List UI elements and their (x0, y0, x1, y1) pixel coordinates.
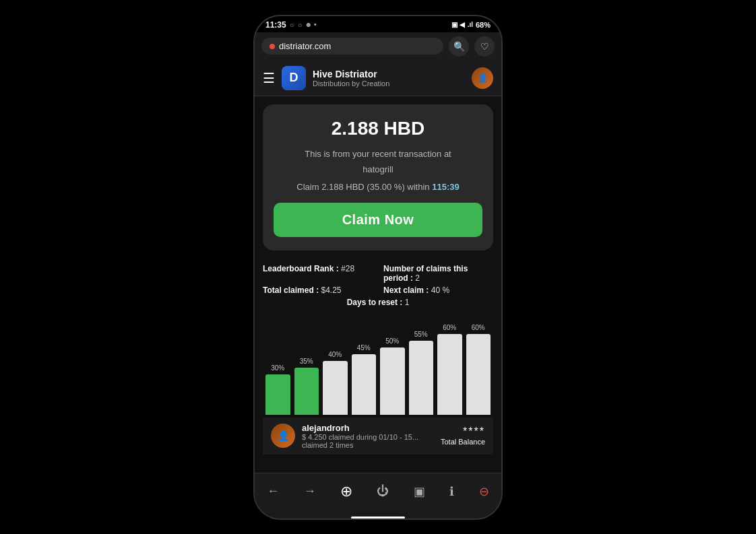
url-text: distriator.com (279, 41, 331, 51)
bar-rect (409, 341, 434, 415)
bar-rect (352, 354, 377, 415)
leaderboard-stat: Leaderboard Rank : #28 (263, 264, 373, 283)
profile-info: alejandrorh $ 4.250 claimed during 01/10… (302, 423, 434, 449)
chart-bar-wrapper: 60% (466, 324, 491, 415)
bar-rect (466, 334, 491, 415)
chart-bar-wrapper: 40% (323, 351, 348, 415)
browser-bar: distriator.com 🔍 ♡ (255, 32, 501, 61)
chart-bars: 30%35%40%45%50%55%60%60% (263, 321, 493, 415)
stats-grid: Leaderboard Rank : #28 Number of claims … (263, 264, 493, 295)
claim-desc-line2: hatogrill (274, 163, 482, 176)
site-title-block: Hive Distriator Distribution by Creation (313, 69, 465, 88)
profile-strip[interactable]: 👤 alejandrorh $ 4.250 claimed during 01/… (263, 418, 493, 455)
bar-label: 30% (271, 364, 284, 372)
bookmark-button[interactable]: ♡ (474, 36, 495, 57)
timer-value: 115:39 (432, 182, 459, 192)
bar-label: 60% (443, 324, 456, 331)
bar-label: 50% (385, 337, 399, 345)
bar-label: 35% (300, 358, 313, 365)
menu-button[interactable]: ☰ (263, 70, 275, 86)
browser-nav: ← → ⊕ ⏻ ▣ ℹ ⊖ (255, 473, 501, 512)
chart-section: 30%35%40%45%50%55%60%60% (263, 321, 493, 415)
phone-frame: 11:35 ☼ ☼ ☻ • ▣ ◀ .ıl 68% distriator.com… (253, 15, 503, 520)
bar-label: 40% (328, 351, 342, 358)
profile-name: alejandrorh (302, 423, 434, 433)
chart-bar-wrapper: 55% (409, 331, 434, 415)
hbd-amount: 2.188 HBD (274, 118, 482, 139)
nav-home-button[interactable]: ⏻ (371, 481, 394, 501)
site-header: ☰ D Hive Distriator Distribution by Crea… (255, 61, 501, 96)
chart-bar-wrapper: 45% (352, 344, 377, 415)
site-subtitle: Distribution by Creation (313, 79, 465, 88)
chart-bar-wrapper: 60% (437, 324, 462, 415)
claim-timer: Claim 2.188 HBD (35.00 %) within 115:39 (274, 182, 482, 192)
status-time: 11:35 ☼ ☼ ☻ • (265, 20, 316, 30)
nav-tabs-button[interactable]: ▣ (408, 481, 431, 502)
search-icon: 🔍 (453, 41, 465, 52)
bookmark-icon: ♡ (480, 41, 489, 52)
bar-rect (265, 374, 290, 415)
claims-period-stat: Number of claims this period : 2 (383, 264, 493, 283)
claim-card: 2.188 HBD This is from your recent trans… (263, 104, 493, 251)
bar-label: 55% (414, 331, 428, 338)
total-claimed-stat: Total claimed : $4.25 (263, 286, 373, 295)
url-bar[interactable]: distriator.com (261, 38, 443, 55)
nav-refresh-button[interactable]: ⊕ (335, 480, 358, 503)
status-icons: ▣ ◀ .ıl 68% (451, 21, 491, 29)
balance-label: Total Balance (441, 438, 485, 446)
nav-close-button[interactable]: ⊖ (474, 481, 495, 502)
home-indicator (351, 516, 405, 519)
claim-desc-line1: This is from your recent transaction at (274, 147, 482, 161)
site-title: Hive Distriator (313, 69, 465, 79)
chart-bar-wrapper: 35% (294, 358, 319, 415)
profile-detail-line2: claimed 2 times (302, 441, 434, 449)
balance-stars: **** (441, 426, 485, 438)
chart-bar-wrapper: 30% (265, 364, 290, 415)
nav-info-button[interactable]: ℹ (444, 481, 460, 502)
user-avatar[interactable]: 👤 (472, 67, 493, 89)
next-claim-stat: Next claim : 40 % (383, 286, 493, 295)
chart-bar-wrapper: 50% (380, 337, 405, 415)
bar-label: 60% (472, 324, 485, 331)
search-button[interactable]: 🔍 (449, 36, 469, 57)
bar-rect (437, 334, 462, 415)
profile-detail-line1: $ 4.250 claimed during 01/10 - 15... (302, 433, 434, 441)
main-content: 2.188 HBD This is from your recent trans… (255, 96, 501, 473)
bar-rect (380, 347, 405, 415)
claim-now-button[interactable]: Claim Now (274, 203, 482, 237)
site-logo: D (282, 66, 306, 90)
url-security-dot (270, 44, 275, 49)
nav-back-button[interactable]: ← (261, 481, 284, 501)
bar-rect (294, 368, 319, 415)
bar-rect (323, 361, 348, 415)
days-reset-stat: Days to reset : 1 (263, 298, 493, 307)
stats-section: Leaderboard Rank : #28 Number of claims … (263, 261, 493, 312)
profile-avatar: 👤 (271, 424, 295, 448)
status-bar: 11:35 ☼ ☼ ☻ • ▣ ◀ .ıl 68% (255, 16, 501, 32)
profile-balance: **** Total Balance (441, 426, 485, 446)
nav-forward-button[interactable]: → (298, 481, 321, 501)
bar-label: 45% (357, 344, 371, 352)
